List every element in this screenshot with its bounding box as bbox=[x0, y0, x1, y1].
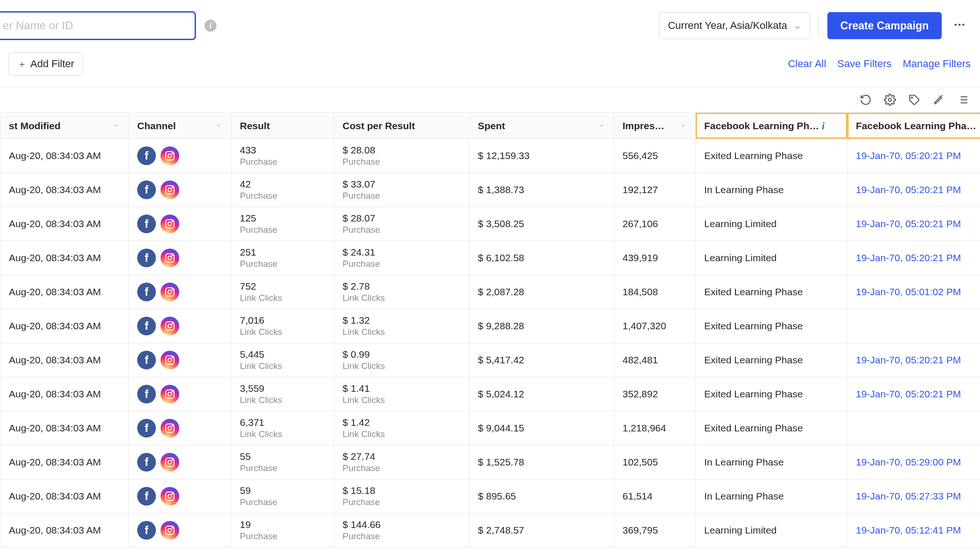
table-row[interactable]: Aug-20, 08:34:03 AMf6,371Link Clicks$ 1.… bbox=[0, 411, 980, 445]
col-result[interactable]: Result bbox=[231, 113, 334, 139]
cell-impressions: 192,127 bbox=[614, 173, 696, 207]
col-learning-phase[interactable]: Facebook Learning Ph…i bbox=[696, 113, 847, 139]
plus-icon: ＋ bbox=[17, 58, 27, 70]
facebook-icon: f bbox=[137, 419, 156, 437]
cell-impressions: 352,892 bbox=[614, 377, 696, 411]
cell-learning-date[interactable]: 19-Jan-70, 05:20:21 PM bbox=[847, 343, 980, 377]
more-menu-icon[interactable] bbox=[950, 18, 971, 34]
table-row[interactable]: Aug-20, 08:34:03 AMf752Link Clicks$ 2.78… bbox=[0, 275, 980, 309]
svg-point-27 bbox=[168, 324, 172, 328]
gear-icon[interactable] bbox=[884, 94, 896, 106]
top-bar: i Current Year, Asia/Kolkata Create Camp… bbox=[0, 0, 980, 48]
cell-impressions: 102,505 bbox=[614, 445, 696, 479]
table-row[interactable]: Aug-20, 08:34:03 AMf251Purchase$ 24.31Pu… bbox=[0, 241, 980, 275]
cell-result: 7,016Link Clicks bbox=[231, 309, 334, 343]
col-learning-phase-date[interactable]: Facebook Learning Pha… bbox=[847, 113, 980, 139]
info-icon[interactable]: i bbox=[822, 121, 825, 131]
cell-spent: $ 12,159.33 bbox=[469, 139, 614, 173]
table-row[interactable]: Aug-20, 08:34:03 AMf59Purchase$ 15.18Pur… bbox=[0, 479, 980, 513]
cell-result: 42Purchase bbox=[231, 173, 334, 207]
cell-spent: $ 895.65 bbox=[469, 479, 614, 513]
svg-point-40 bbox=[172, 459, 173, 460]
table-header-row: st Modified Channel Result Cost per Resu… bbox=[0, 113, 980, 139]
facebook-icon: f bbox=[137, 487, 156, 506]
filter-bar: ＋ Add Filter Clear All Save Filters Mana… bbox=[0, 48, 980, 87]
cell-channel: f bbox=[129, 479, 231, 513]
cell-learning-date[interactable]: 19-Jan-70, 05:01:02 PM bbox=[847, 275, 980, 309]
col-cpr[interactable]: Cost per Result bbox=[334, 113, 469, 139]
save-filters-link[interactable]: Save Filters bbox=[837, 58, 891, 70]
cell-channel: f bbox=[129, 241, 231, 275]
svg-point-3 bbox=[889, 98, 892, 102]
cell-channel: f bbox=[129, 139, 231, 173]
svg-point-46 bbox=[172, 527, 173, 528]
magic-wand-icon[interactable] bbox=[932, 94, 945, 106]
table-row[interactable]: Aug-20, 08:34:03 AMf7,016Link Clicks$ 1.… bbox=[0, 309, 980, 343]
col-channel[interactable]: Channel bbox=[129, 113, 231, 139]
cell-spent: $ 1,388.73 bbox=[469, 173, 614, 207]
table-row[interactable]: Aug-20, 08:34:03 AMf433Purchase$ 28.08Pu… bbox=[0, 139, 980, 173]
create-campaign-button[interactable]: Create Campaign bbox=[827, 12, 942, 39]
table-row[interactable]: Aug-20, 08:34:03 AMf19Purchase$ 144.66Pu… bbox=[0, 513, 980, 548]
svg-point-28 bbox=[172, 323, 173, 324]
cell-channel: f bbox=[129, 309, 231, 343]
svg-point-37 bbox=[172, 425, 173, 426]
instagram-icon bbox=[161, 180, 179, 199]
campaigns-table: st Modified Channel Result Cost per Resu… bbox=[0, 112, 980, 548]
cell-modified: Aug-20, 08:34:03 AM bbox=[0, 275, 129, 309]
table-row[interactable]: Aug-20, 08:34:03 AMf3,559Link Clicks$ 1.… bbox=[0, 377, 980, 411]
cell-cpr: $ 1.42Link Clicks bbox=[334, 411, 469, 445]
cell-modified: Aug-20, 08:34:03 AM bbox=[0, 411, 129, 445]
table-row[interactable]: Aug-20, 08:34:03 AMf125Purchase$ 28.07Pu… bbox=[0, 207, 980, 241]
cell-learning-date[interactable]: 19-Jan-70, 05:20:21 PM bbox=[847, 241, 980, 275]
timezone-label: Current Year, Asia/Kolkata bbox=[668, 20, 787, 32]
cell-spent: $ 5,417.42 bbox=[469, 343, 614, 377]
facebook-icon: f bbox=[137, 385, 156, 403]
facebook-icon: f bbox=[137, 249, 156, 267]
svg-point-13 bbox=[172, 153, 173, 154]
table-row[interactable]: Aug-20, 08:34:03 AMf55Purchase$ 27.74Pur… bbox=[0, 445, 980, 479]
search-input[interactable] bbox=[0, 11, 196, 40]
info-icon[interactable]: i bbox=[204, 20, 217, 32]
clear-all-link[interactable]: Clear All bbox=[788, 58, 826, 70]
tag-icon[interactable] bbox=[908, 94, 920, 106]
cell-learning-date[interactable]: 19-Jan-70, 05:12:41 PM bbox=[847, 513, 980, 548]
facebook-icon: f bbox=[137, 146, 156, 165]
cell-modified: Aug-20, 08:34:03 AM bbox=[0, 139, 129, 173]
vertical-divider bbox=[819, 15, 819, 36]
cell-learning-date[interactable]: 19-Jan-70, 05:20:21 PM bbox=[847, 173, 980, 207]
cell-learning-phase: Learning Limited bbox=[696, 241, 847, 275]
svg-point-24 bbox=[168, 290, 172, 294]
cell-channel: f bbox=[129, 275, 231, 309]
svg-point-43 bbox=[172, 493, 173, 494]
cell-result: 59Purchase bbox=[231, 479, 334, 513]
cell-learning-date[interactable]: 19-Jan-70, 05:20:21 PM bbox=[847, 207, 980, 241]
manage-filters-link[interactable]: Manage Filters bbox=[903, 58, 971, 70]
col-spent[interactable]: Spent bbox=[469, 113, 614, 139]
table-row[interactable]: Aug-20, 08:34:03 AMf5,445Link Clicks$ 0.… bbox=[0, 343, 980, 377]
facebook-icon: f bbox=[137, 317, 156, 335]
cell-learning-date[interactable]: 19-Jan-70, 05:20:21 PM bbox=[847, 139, 980, 173]
instagram-icon bbox=[161, 249, 179, 267]
refresh-icon[interactable] bbox=[860, 94, 872, 106]
cell-cpr: $ 1.32Link Clicks bbox=[334, 309, 469, 343]
cell-learning-date bbox=[847, 309, 980, 343]
cell-learning-date[interactable]: 19-Jan-70, 05:20:21 PM bbox=[847, 377, 980, 411]
svg-point-2 bbox=[962, 23, 965, 26]
cell-spent: $ 3,508.25 bbox=[469, 207, 614, 241]
svg-point-34 bbox=[172, 391, 173, 392]
chevron-down-icon bbox=[679, 120, 687, 132]
instagram-icon bbox=[161, 453, 179, 472]
svg-point-30 bbox=[168, 358, 172, 362]
svg-point-21 bbox=[168, 256, 172, 260]
svg-point-31 bbox=[172, 357, 173, 358]
cell-learning-date[interactable]: 19-Jan-70, 05:29:00 PM bbox=[847, 445, 980, 479]
table-row[interactable]: Aug-20, 08:34:03 AMf42Purchase$ 33.07Pur… bbox=[0, 173, 980, 207]
timezone-select[interactable]: Current Year, Asia/Kolkata bbox=[659, 12, 810, 39]
add-filter-button[interactable]: ＋ Add Filter bbox=[8, 52, 83, 76]
col-modified[interactable]: st Modified bbox=[0, 113, 129, 139]
columns-icon[interactable] bbox=[957, 94, 969, 106]
col-impressions[interactable]: Impres… bbox=[614, 113, 696, 139]
cell-cpr: $ 27.74Purchase bbox=[334, 445, 469, 479]
cell-learning-date[interactable]: 19-Jan-70, 05:27:33 PM bbox=[847, 479, 980, 513]
